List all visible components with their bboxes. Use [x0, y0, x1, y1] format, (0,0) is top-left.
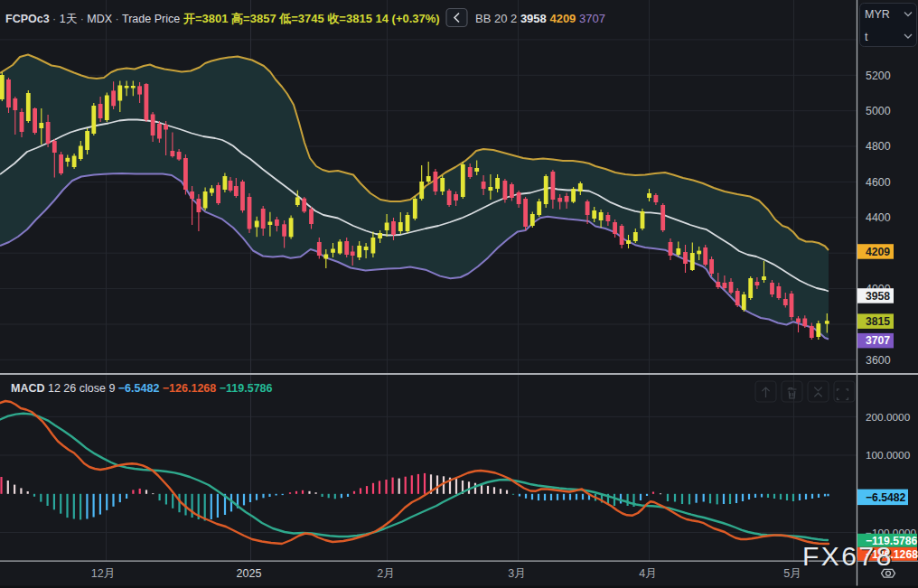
svg-text:BB 20 2 3958 4209 3707: BB 20 2 3958 4209 3707 — [475, 12, 605, 25]
svg-text:4800: 4800 — [866, 140, 891, 153]
svg-text:3月: 3月 — [508, 567, 525, 580]
svg-text:4月: 4月 — [639, 567, 656, 580]
svg-text:3600: 3600 — [866, 354, 891, 367]
svg-text:200.0000: 200.0000 — [866, 411, 911, 424]
svg-text:100.0000: 100.0000 — [866, 449, 911, 462]
svg-text:FX678: FX678 — [802, 541, 894, 571]
svg-text:开=3801 高=3857 低=3745 收=3815 14: 开=3801 高=3857 低=3745 收=3815 14 (+0.37%) — [183, 12, 440, 25]
svg-text:4209: 4209 — [866, 246, 890, 258]
svg-text:2025: 2025 — [237, 567, 262, 580]
svg-text:12月: 12月 — [91, 567, 115, 580]
svg-text:4600: 4600 — [866, 176, 891, 189]
svg-text:3815: 3815 — [866, 315, 890, 328]
svg-text:5月: 5月 — [783, 567, 801, 580]
svg-text:MACD 12 26 close 9 −6.5482 −: MACD 12 26 close 9 −6.5482 −126.1268 −11… — [11, 382, 273, 395]
svg-text:3707: 3707 — [866, 334, 890, 347]
svg-text:3958: 3958 — [866, 290, 890, 303]
svg-text:5000: 5000 — [866, 105, 891, 117]
svg-text:5200: 5200 — [866, 70, 891, 82]
svg-text:FCPOc3 · 1天 · MDX · Trade Pric: FCPOc3 · 1天 · MDX · Trade Price — [5, 13, 180, 25]
svg-text:t: t — [865, 31, 868, 43]
svg-text:MYR: MYR — [865, 8, 890, 21]
svg-text:2月: 2月 — [377, 567, 394, 580]
svg-text:−6.5482: −6.5482 — [866, 491, 906, 504]
svg-text:4400: 4400 — [866, 211, 891, 224]
